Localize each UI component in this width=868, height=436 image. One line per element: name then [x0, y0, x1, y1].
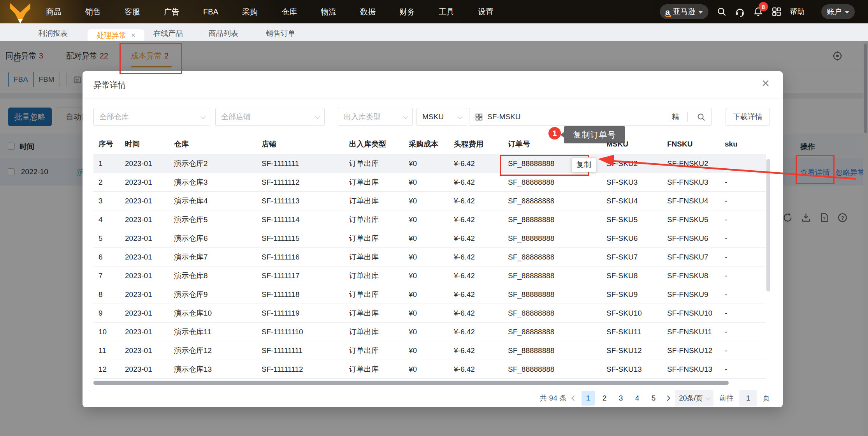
page-5[interactable]: 5: [647, 391, 660, 406]
cell-order[interactable]: SF_88888888: [503, 290, 601, 299]
cell-fnsku: SF-FNSKU11: [662, 328, 720, 336]
cell-order[interactable]: SF_88888888: [503, 178, 601, 187]
column-header-10: sku: [720, 140, 766, 148]
close-icon[interactable]: ✕: [761, 78, 770, 88]
cell-time: 2023-01: [120, 346, 169, 355]
exact-match-toggle[interactable]: 精: [672, 112, 679, 122]
cell-order[interactable]: SF_88888888: [503, 309, 601, 318]
store-select[interactable]: 全部店铺: [215, 108, 325, 126]
cell-msku: SF-SKU8: [601, 272, 662, 280]
io-type-select[interactable]: 出入库类型: [338, 108, 413, 126]
cell-sku: -: [720, 309, 766, 318]
input-divider: [687, 112, 688, 122]
headset-icon[interactable]: [735, 7, 745, 17]
table-row: 22023-01演示仓库3SF-1111112订单出库¥0¥-6.42SF_88…: [93, 173, 766, 192]
marketplace-selector[interactable]: a 亚马逊: [660, 4, 708, 19]
brand-logo-icon[interactable]: [9, 3, 31, 26]
cell-order[interactable]: SF_88888888: [503, 346, 601, 355]
cell-order[interactable]: SF_88888888: [503, 253, 601, 261]
nav-menu-9[interactable]: 财务: [399, 7, 415, 17]
cell-store: SF-1111117: [257, 272, 344, 280]
cell-warehouse: 演示仓库4: [169, 196, 257, 206]
help-link[interactable]: 帮助: [790, 7, 805, 17]
cell-time: 2023-01: [120, 178, 169, 187]
nav-menu-10[interactable]: 工具: [439, 7, 454, 17]
nav-menu-8[interactable]: 数据: [360, 7, 376, 17]
cell-time: 2023-01: [120, 328, 169, 336]
goto-suffix: 页: [763, 393, 770, 403]
cell-freight: ¥-6.42: [449, 346, 503, 355]
download-detail-button[interactable]: 下载详情: [726, 108, 770, 126]
nav-menu-0[interactable]: 商品: [46, 7, 61, 17]
cell-freight: ¥-6.42: [449, 328, 503, 336]
search-type-select[interactable]: MSKU: [416, 108, 467, 126]
cell-order[interactable]: SF_88888888: [503, 197, 601, 205]
cell-msku: SF-SKU11: [601, 328, 662, 336]
search-input[interactable]: SF-MSKU 精: [469, 108, 712, 126]
nav-menu-4[interactable]: FBA: [203, 7, 218, 16]
cell-msku: SF-SKU12: [601, 346, 662, 355]
close-tab-icon[interactable]: ×: [132, 32, 135, 39]
column-header-4: 出入库类型: [344, 139, 404, 149]
page-1[interactable]: 1: [582, 391, 595, 406]
goto-page-input[interactable]: 1: [739, 390, 757, 406]
cell-order[interactable]: SF_88888888: [503, 234, 601, 243]
page-2[interactable]: 2: [598, 391, 611, 406]
cell-fnsku: SF-FNSKU6: [662, 234, 720, 243]
top-nav-bar: 商品销售客服广告FBA采购仓库物流数据财务工具设置 a 亚马逊 8 帮助 账户: [0, 0, 868, 23]
next-page-icon[interactable]: [665, 395, 670, 401]
cell-order[interactable]: SF_88888888: [503, 328, 601, 336]
page-3[interactable]: 3: [614, 391, 627, 406]
chevron-down-icon: [315, 114, 320, 119]
search-icon[interactable]: [717, 7, 727, 17]
nav-menu-5[interactable]: 采购: [242, 7, 258, 17]
table-row: 102023-01演示仓库11SF-11111110订单出库¥0¥-6.42SF…: [93, 323, 766, 341]
cell-cost: ¥0: [404, 365, 449, 374]
cell-no: 3: [93, 197, 120, 205]
nav-menu-11[interactable]: 设置: [478, 7, 494, 17]
cell-freight: ¥-6.42: [449, 197, 503, 205]
nav-menu-3[interactable]: 广告: [164, 7, 179, 17]
table-row: 122023-01演示仓库13SF-11111112订单出库¥0¥-6.42SF…: [93, 360, 766, 379]
cell-time: 2023-01: [120, 272, 169, 280]
search-icon[interactable]: [697, 113, 706, 122]
page-size-select[interactable]: 20条/页: [675, 390, 713, 406]
cell-order[interactable]: SF_88888888: [503, 215, 601, 224]
tab-product-list[interactable]: 商品列表: [209, 28, 238, 39]
notifications[interactable]: 8: [753, 7, 763, 17]
copy-order-button[interactable]: 复制: [571, 157, 596, 172]
column-header-6: 头程费用: [449, 139, 503, 149]
nav-menu-2[interactable]: 客服: [125, 7, 140, 17]
column-header-2: 仓库: [169, 139, 257, 149]
cell-no: 6: [93, 253, 120, 261]
account-menu[interactable]: 账户: [821, 4, 855, 19]
cell-order[interactable]: SF_88888888: [503, 365, 601, 374]
cell-msku: SF-SKU5: [601, 215, 662, 224]
warehouse-select[interactable]: 全部仓库: [93, 108, 210, 126]
horizontal-scrollbar-thumb[interactable]: [93, 381, 729, 385]
vertical-scrollbar-thumb[interactable]: [766, 159, 770, 291]
column-header-1: 时间: [120, 139, 169, 149]
detail-table: 序号时间仓库店铺出入库类型采购成本头程费用订单号MSKUFNSKUsku 120…: [93, 134, 766, 379]
cell-warehouse: 演示仓库6: [169, 233, 257, 244]
pagination-pages: 12345: [582, 391, 660, 406]
page-4[interactable]: 4: [631, 391, 644, 406]
cell-warehouse: 演示仓库2: [169, 159, 257, 169]
cell-store: SF-1111114: [257, 215, 344, 224]
apps-grid-icon[interactable]: [771, 7, 782, 17]
cell-freight: ¥-6.42: [449, 234, 503, 243]
nav-menu-1[interactable]: 销售: [85, 7, 101, 17]
prev-page-icon[interactable]: [571, 395, 577, 401]
tab-handle-exception-active[interactable]: 处理异常 ×: [88, 29, 144, 41]
tab-sales-orders[interactable]: 销售订单: [266, 28, 295, 39]
nav-menu-6[interactable]: 仓库: [281, 7, 297, 17]
tab-online-products[interactable]: 在线产品: [153, 28, 183, 39]
cell-store: SF-1111111: [257, 159, 344, 168]
search-value[interactable]: SF-MSKU: [487, 113, 668, 121]
cell-order[interactable]: SF_88888888: [503, 272, 601, 280]
tab-profit-report[interactable]: 利润报表: [38, 28, 68, 39]
pagination: 共 94 条 12345 20条/页 前往 1 页: [539, 390, 770, 406]
nav-menu-7[interactable]: 物流: [321, 7, 336, 17]
goto-label: 前往: [719, 393, 734, 403]
page-tab-bar: 利润报表 处理异常 × 在线产品 商品列表 销售订单: [0, 23, 868, 41]
